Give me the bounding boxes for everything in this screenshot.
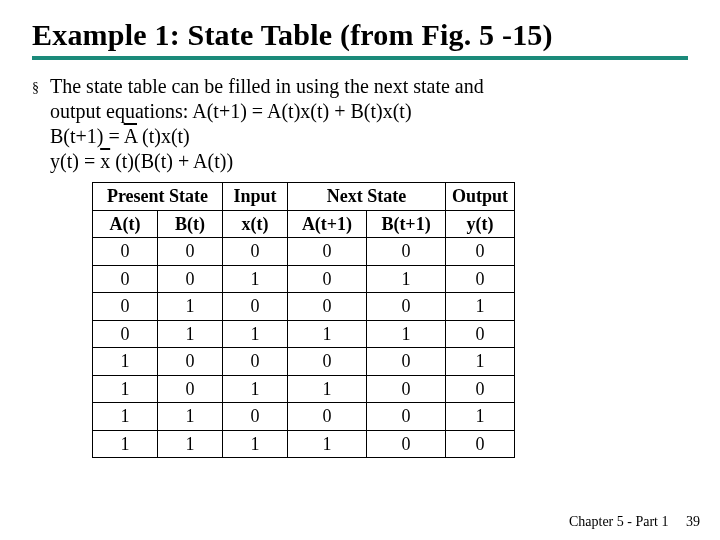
line-3-post: (t)(B(t) + A(t)) xyxy=(110,150,233,172)
footer-chapter: Chapter 5 - Part 1 xyxy=(569,514,669,529)
line-1a: The state table can be filled in using t… xyxy=(50,75,484,97)
cell-Bt: 1 xyxy=(158,430,223,458)
footer-page: 39 xyxy=(686,514,700,530)
cell-Bt1: 1 xyxy=(367,265,446,293)
cell-yt: 1 xyxy=(446,348,515,376)
bullet-text: The state table can be filled in using t… xyxy=(50,74,688,174)
col-Bt: B(t) xyxy=(158,210,223,238)
cell-At1: 1 xyxy=(288,320,367,348)
table-group-row: Present State Input Next State Output xyxy=(93,183,515,211)
col-At1: A(t+1) xyxy=(288,210,367,238)
cell-xt: 1 xyxy=(223,375,288,403)
col-group-output: Output xyxy=(446,183,515,211)
title-rule xyxy=(32,56,688,60)
cell-At1: 0 xyxy=(288,348,367,376)
col-At: A(t) xyxy=(93,210,158,238)
cell-yt: 1 xyxy=(446,403,515,431)
cell-Bt1: 1 xyxy=(367,320,446,348)
table-row: 111100 xyxy=(93,430,515,458)
cell-Bt1: 0 xyxy=(367,430,446,458)
cell-Bt1: 0 xyxy=(367,348,446,376)
cell-Bt: 0 xyxy=(158,375,223,403)
cell-Bt1: 0 xyxy=(367,238,446,266)
cell-Bt: 0 xyxy=(158,348,223,376)
cell-xt: 1 xyxy=(223,265,288,293)
line-2-post: (t)x(t) xyxy=(137,125,190,147)
cell-At1: 0 xyxy=(288,238,367,266)
cell-At1: 1 xyxy=(288,375,367,403)
cell-yt: 0 xyxy=(446,238,515,266)
slide-footer: Chapter 5 - Part 1 39 xyxy=(569,514,700,530)
cell-At: 1 xyxy=(93,375,158,403)
cell-At1: 0 xyxy=(288,293,367,321)
cell-yt: 0 xyxy=(446,375,515,403)
cell-Bt: 1 xyxy=(158,320,223,348)
cell-Bt1: 0 xyxy=(367,293,446,321)
line-3-bar: x xyxy=(100,150,110,172)
bullet-item: § The state table can be filled in using… xyxy=(32,74,688,174)
cell-At: 0 xyxy=(93,293,158,321)
cell-At: 1 xyxy=(93,348,158,376)
line-1b: output equations: A(t+1) = A(t)x(t) + B(… xyxy=(50,100,412,122)
cell-Bt1: 0 xyxy=(367,403,446,431)
table-row: 101100 xyxy=(93,375,515,403)
table-header-row: A(t) B(t) x(t) A(t+1) B(t+1) y(t) xyxy=(93,210,515,238)
cell-xt: 0 xyxy=(223,403,288,431)
cell-Bt1: 0 xyxy=(367,375,446,403)
cell-yt: 1 xyxy=(446,293,515,321)
table-row: 110001 xyxy=(93,403,515,431)
cell-xt: 0 xyxy=(223,348,288,376)
col-group-next: Next State xyxy=(288,183,446,211)
cell-Bt: 1 xyxy=(158,403,223,431)
col-xt: x(t) xyxy=(223,210,288,238)
table-row: 000000 xyxy=(93,238,515,266)
line-2-bar: A xyxy=(124,125,137,147)
cell-Bt: 1 xyxy=(158,293,223,321)
bullet-mark: § xyxy=(32,74,50,174)
cell-xt: 1 xyxy=(223,320,288,348)
cell-At1: 1 xyxy=(288,430,367,458)
cell-Bt: 0 xyxy=(158,238,223,266)
cell-xt: 1 xyxy=(223,430,288,458)
cell-At: 0 xyxy=(93,320,158,348)
cell-At1: 0 xyxy=(288,403,367,431)
cell-At1: 0 xyxy=(288,265,367,293)
col-Bt1: B(t+1) xyxy=(367,210,446,238)
cell-yt: 0 xyxy=(446,265,515,293)
cell-xt: 0 xyxy=(223,293,288,321)
table-row: 011110 xyxy=(93,320,515,348)
slide-title: Example 1: State Table (from Fig. 5 -15) xyxy=(32,18,688,52)
cell-At: 0 xyxy=(93,238,158,266)
col-group-present: Present State xyxy=(93,183,223,211)
line-2-pre: B(t+1) = xyxy=(50,125,124,147)
cell-yt: 0 xyxy=(446,430,515,458)
table-row: 010001 xyxy=(93,293,515,321)
cell-yt: 0 xyxy=(446,320,515,348)
cell-At: 1 xyxy=(93,403,158,431)
col-group-input: Input xyxy=(223,183,288,211)
table-row: 100001 xyxy=(93,348,515,376)
line-3-pre: y(t) = xyxy=(50,150,100,172)
state-table: Present State Input Next State Output A(… xyxy=(92,182,515,458)
cell-At: 1 xyxy=(93,430,158,458)
cell-xt: 0 xyxy=(223,238,288,266)
cell-Bt: 0 xyxy=(158,265,223,293)
table-row: 001010 xyxy=(93,265,515,293)
cell-At: 0 xyxy=(93,265,158,293)
col-yt: y(t) xyxy=(446,210,515,238)
